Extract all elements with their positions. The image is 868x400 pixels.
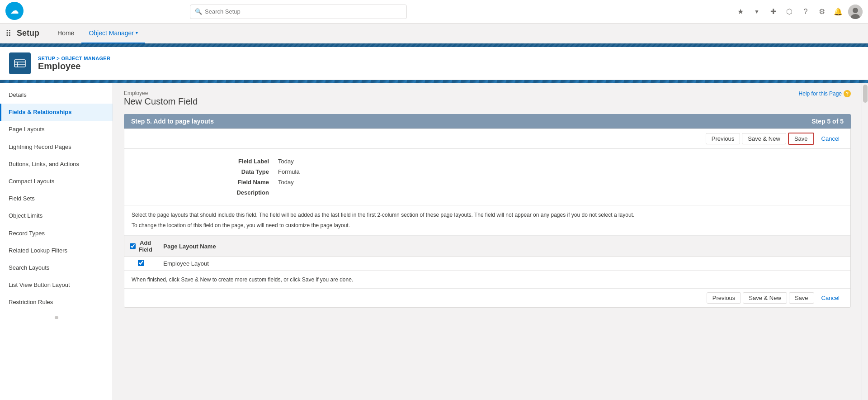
sidebar-item-object-limits[interactable]: Object Limits: [0, 207, 113, 224]
page-layout-table: Add Field Page Layout Name Employee Layo…: [124, 236, 850, 271]
object-manager-chevron: ▾: [136, 30, 138, 35]
object-header: SETUP > OBJECT MANAGER Employee: [0, 47, 868, 80]
step-header-label: Step 5. Add to page layouts: [131, 118, 214, 125]
data-type-key: Data Type: [215, 168, 269, 175]
right-scroll-thumb: [863, 85, 868, 103]
sidebar-item-page-layouts[interactable]: Page Layouts: [0, 121, 113, 138]
sidebar-item-field-sets[interactable]: Field Sets: [0, 190, 113, 207]
help-link[interactable]: Help for this Page ?: [799, 90, 851, 97]
object-name: Employee: [38, 61, 110, 71]
field-label-row: Field Label Today: [124, 156, 850, 167]
description-row: Description: [124, 187, 850, 198]
right-scrollbar[interactable]: [862, 83, 868, 400]
breadcrumb-setup-link[interactable]: SETUP: [38, 56, 55, 61]
notifications-icon[interactable]: 🔔: [832, 5, 844, 18]
description-text-section: Select the page layouts that should incl…: [124, 205, 850, 236]
avatar[interactable]: [848, 5, 863, 19]
desc-text-1: Select the page layouts that should incl…: [132, 211, 843, 219]
sidebar-item-fields-relationships[interactable]: Fields & Relationships: [0, 104, 113, 121]
sidebar-item-buttons-links-actions[interactable]: Buttons, Links, and Actions: [0, 156, 113, 173]
cancel-button-top[interactable]: Cancel: [816, 133, 845, 144]
previous-button-bottom[interactable]: Previous: [707, 292, 741, 304]
field-name-key: Field Name: [215, 179, 269, 186]
sidebar: Details Fields & Relationships Page Layo…: [0, 83, 113, 400]
desc-text-2: To change the location of this field on …: [132, 221, 843, 230]
sidebar-item-compact-layouts[interactable]: Compact Layouts: [0, 173, 113, 190]
previous-button-top[interactable]: Previous: [706, 133, 741, 144]
settings-icon[interactable]: ⚙: [816, 5, 828, 18]
save-new-button-top[interactable]: Save & New: [742, 133, 786, 144]
search-icon: 🔍: [195, 8, 202, 15]
content-area: Employee New Custom Field Help for this …: [113, 83, 862, 400]
cancel-button-bottom[interactable]: Cancel: [816, 293, 845, 303]
sidebar-item-lightning-record-pages[interactable]: Lightning Record Pages: [0, 138, 113, 156]
page-breadcrumb: Employee: [124, 90, 198, 96]
svg-text:☁: ☁: [10, 6, 19, 15]
add-icon[interactable]: ✚: [767, 5, 779, 18]
top-button-bar: Previous Save & New Save Cancel: [124, 129, 850, 149]
bottom-button-bar: Previous Save & New Save Cancel: [124, 289, 850, 307]
save-button-bottom[interactable]: Save: [789, 292, 814, 304]
sidebar-item-details[interactable]: Details: [0, 86, 113, 104]
add-field-col-header: Add Field: [124, 236, 158, 257]
field-label-key: Field Label: [215, 158, 269, 165]
select-all-checkbox[interactable]: [130, 243, 136, 249]
field-name-row: Field Name Today: [124, 177, 850, 187]
page-header-left: Employee New Custom Field: [124, 90, 198, 107]
step-header: Step 5. Add to page layouts Step 5 of 5: [124, 114, 851, 129]
page-title: New Custom Field: [124, 96, 198, 107]
help-icon[interactable]: ?: [799, 5, 812, 18]
svg-point-3: [853, 8, 858, 13]
row-checkbox-cell: [124, 257, 158, 271]
sidebar-item-related-lookup-filters[interactable]: Related Lookup Filters: [0, 242, 113, 259]
sidebar-item-list-view-button-layout[interactable]: List View Button Layout: [0, 276, 113, 294]
table-header-row: Add Field Page Layout Name: [124, 236, 850, 257]
app-name: Setup: [17, 29, 39, 38]
data-type-row: Data Type Formula: [124, 167, 850, 177]
svg-rect-5: [14, 60, 25, 67]
search-bar[interactable]: 🔍: [190, 5, 407, 19]
sidebar-item-search-layouts[interactable]: Search Layouts: [0, 259, 113, 276]
top-right-actions: ★ ▼ ✚ ⬡ ? ⚙ 🔔: [729, 5, 863, 19]
breadcrumb-objmgr-link[interactable]: OBJECT MANAGER: [61, 56, 110, 61]
page-header: Employee New Custom Field Help for this …: [124, 90, 851, 107]
field-label-value: Today: [278, 158, 294, 165]
breadcrumb: SETUP > OBJECT MANAGER: [38, 56, 110, 61]
top-navigation: ☁ 🔍 ★ ▼ ✚ ⬡ ? ⚙ 🔔: [0, 0, 868, 24]
step-indicator: Step 5 of 5: [811, 118, 844, 125]
help-circle-icon: ?: [844, 90, 851, 97]
employee-layout-checkbox[interactable]: [138, 260, 144, 266]
app-nav-items: Home Object Manager ▾: [50, 24, 145, 43]
nav-item-home[interactable]: Home: [50, 24, 81, 43]
search-input[interactable]: [205, 8, 402, 15]
form-panel: Previous Save & New Save Cancel Field La…: [124, 129, 851, 308]
object-icon: [9, 52, 31, 74]
sidebar-nav: Details Fields & Relationships Page Layo…: [0, 83, 113, 314]
save-button-top[interactable]: Save: [788, 133, 814, 145]
table-row: Employee Layout: [124, 257, 850, 271]
sidebar-item-record-types[interactable]: Record Types: [0, 225, 113, 242]
page-layout-name-col-header: Page Layout Name: [158, 236, 850, 257]
app-navigation: ⠿ Setup Home Object Manager ▾: [0, 24, 868, 43]
trailhead-icon[interactable]: ⬡: [783, 5, 796, 18]
sidebar-item-restriction-rules[interactable]: Restriction Rules: [0, 294, 113, 311]
favorites-icon[interactable]: ★: [734, 5, 747, 18]
save-new-button-bottom[interactable]: Save & New: [743, 292, 787, 304]
object-header-text: SETUP > OBJECT MANAGER Employee: [38, 56, 110, 71]
nav-item-object-manager[interactable]: Object Manager ▾: [81, 24, 145, 43]
salesforce-logo[interactable]: ☁: [5, 2, 24, 21]
decorative-band-top: [0, 43, 868, 47]
row-layout-name: Employee Layout: [158, 257, 850, 271]
field-info-section: Field Label Today Data Type Formula Fiel…: [124, 149, 850, 205]
data-type-value: Formula: [278, 168, 300, 175]
waffle-icon[interactable]: ⠿: [5, 29, 11, 38]
main-layout: Details Fields & Relationships Page Layo…: [0, 83, 868, 400]
description-key: Description: [215, 189, 269, 196]
finish-text: When finished, click Save & New to creat…: [124, 271, 850, 289]
field-name-value: Today: [278, 179, 294, 186]
step-section: Step 5. Add to page layouts Step 5 of 5 …: [124, 114, 851, 308]
favorites-dropdown-icon[interactable]: ▼: [750, 5, 763, 18]
